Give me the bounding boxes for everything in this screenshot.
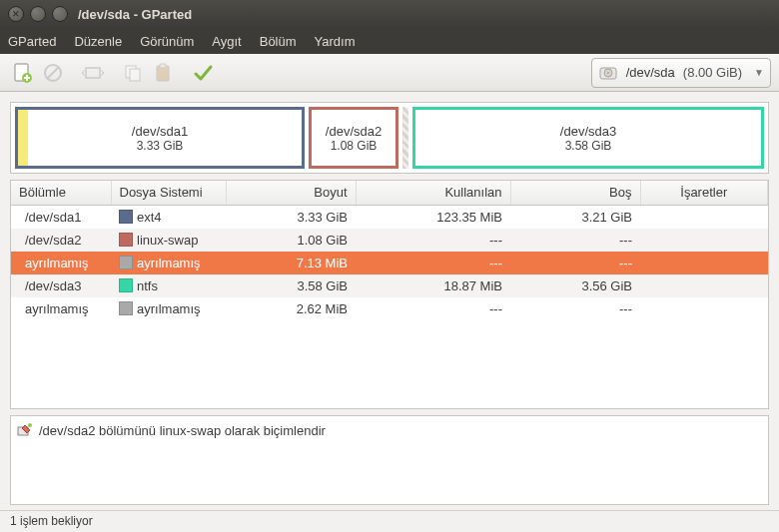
cell-free: --- <box>510 297 640 320</box>
svg-line-3 <box>47 67 59 79</box>
cell-used: 18.87 MiB <box>356 274 510 297</box>
device-path: /dev/sda <box>626 65 675 80</box>
col-flags[interactable]: İşaretler <box>640 181 768 205</box>
format-icon <box>17 422 33 438</box>
graph-unallocated[interactable] <box>402 107 408 169</box>
pending-operation-text: /dev/sda2 bölümünü linux-swap olarak biç… <box>39 423 326 438</box>
graph-partition-name: /dev/sda2 <box>326 124 382 139</box>
statusbar: 1 işlem bekliyor <box>0 510 779 532</box>
fs-color-swatch <box>119 233 133 247</box>
cell-filesystem: ntfs <box>111 274 226 297</box>
cell-used: --- <box>356 297 510 320</box>
graph-partition-size: 3.33 GiB <box>137 139 184 153</box>
copy-button <box>118 58 148 88</box>
checkmark-icon <box>192 62 214 84</box>
delete-button <box>38 58 68 88</box>
graph-partition-sda2[interactable]: /dev/sda2 1.08 GiB <box>309 107 398 169</box>
cell-size: 1.08 GiB <box>226 229 356 252</box>
svg-point-11 <box>607 72 609 74</box>
graph-partition-sda1[interactable]: /dev/sda1 3.33 GiB <box>15 107 305 169</box>
status-text: 1 işlem bekliyor <box>10 514 93 528</box>
paste-button <box>148 58 178 88</box>
forbidden-icon <box>43 63 63 83</box>
col-used[interactable]: Kullanılan <box>356 181 510 205</box>
cell-filesystem: ayrılmamış <box>111 252 226 274</box>
cell-flags <box>640 205 768 229</box>
svg-rect-8 <box>160 64 166 68</box>
col-filesystem[interactable]: Dosya Sistemi <box>111 181 226 205</box>
paste-icon <box>153 63 173 83</box>
cell-free: 3.56 GiB <box>510 274 640 297</box>
cell-partition: /dev/sda2 <box>11 229 111 252</box>
cell-flags <box>640 274 768 297</box>
cell-partition: ayrılmamış <box>11 252 111 274</box>
pending-operation-item[interactable]: /dev/sda2 bölümünü linux-swap olarak biç… <box>17 422 762 438</box>
svg-rect-6 <box>130 69 140 81</box>
pending-operations: /dev/sda2 bölümünü linux-swap olarak biç… <box>10 415 769 505</box>
table-row[interactable]: /dev/sda1ext43.33 GiB123.35 MiB3.21 GiB <box>11 205 768 229</box>
col-partition[interactable]: Bölümle <box>11 181 111 205</box>
partition-table: Bölümle Dosya Sistemi Boyut Kullanılan B… <box>10 180 769 409</box>
toolbar: /dev/sda (8.00 GiB) ▼ <box>0 54 779 92</box>
cell-size: 7.13 MiB <box>226 252 356 274</box>
new-partition-button[interactable] <box>8 58 38 88</box>
titlebar: ✕ /dev/sda - GParted <box>0 0 779 28</box>
cell-flags <box>640 297 768 320</box>
col-size[interactable]: Boyut <box>226 181 356 205</box>
svg-rect-4 <box>86 68 100 78</box>
chevron-down-icon: ▼ <box>754 67 764 78</box>
device-size: (8.00 GiB) <box>683 65 742 80</box>
menu-help[interactable]: Yardım <box>315 34 356 49</box>
fs-color-swatch <box>119 278 133 292</box>
graph-partition-size: 3.58 GiB <box>565 139 612 153</box>
menu-gparted[interactable]: GParted <box>8 34 56 49</box>
graph-partition-sda3[interactable]: /dev/sda3 3.58 GiB <box>412 107 764 169</box>
minimize-button[interactable] <box>30 6 46 22</box>
col-free[interactable]: Boş <box>510 181 640 205</box>
cell-partition: ayrılmamış <box>11 297 111 320</box>
harddisk-icon <box>598 64 618 82</box>
table-row[interactable]: ayrılmamışayrılmamış7.13 MiB------ <box>11 252 768 274</box>
cell-free: 3.21 GiB <box>510 205 640 229</box>
cell-used: --- <box>356 229 510 252</box>
cell-flags <box>640 252 768 274</box>
cell-partition: /dev/sda3 <box>11 274 111 297</box>
cell-filesystem: linux-swap <box>111 229 226 252</box>
fs-color-swatch <box>119 301 133 315</box>
maximize-button[interactable] <box>52 6 68 22</box>
document-new-icon <box>12 62 34 84</box>
table-row[interactable]: ayrılmamışayrılmamış2.62 MiB------ <box>11 297 768 320</box>
fs-color-swatch <box>119 256 133 269</box>
apply-button[interactable] <box>188 58 218 88</box>
resize-icon <box>82 64 104 82</box>
copy-icon <box>123 63 143 83</box>
svg-point-13 <box>28 423 32 427</box>
cell-free: --- <box>510 252 640 274</box>
menu-device[interactable]: Aygıt <box>212 34 241 49</box>
table-row[interactable]: /dev/sda2linux-swap1.08 GiB------ <box>11 229 768 252</box>
cell-used: 123.35 MiB <box>356 205 510 229</box>
cell-free: --- <box>510 229 640 252</box>
menu-edit[interactable]: Düzenle <box>74 34 122 49</box>
menu-view[interactable]: Görünüm <box>140 34 194 49</box>
cell-used: --- <box>356 252 510 274</box>
window-title: /dev/sda - GParted <box>78 7 192 22</box>
menubar: GParted Düzenle Görünüm Aygıt Bölüm Yard… <box>0 28 779 54</box>
cell-flags <box>640 229 768 252</box>
cell-size: 3.58 GiB <box>226 274 356 297</box>
graph-partition-name: /dev/sda1 <box>132 124 188 139</box>
fs-color-swatch <box>119 210 133 224</box>
cell-partition: /dev/sda1 <box>11 205 111 229</box>
cell-filesystem: ayrılmamış <box>111 297 226 320</box>
table-row[interactable]: /dev/sda3ntfs3.58 GiB18.87 MiB3.56 GiB <box>11 274 768 297</box>
device-selector[interactable]: /dev/sda (8.00 GiB) ▼ <box>591 58 771 88</box>
menu-partition[interactable]: Bölüm <box>260 34 297 49</box>
cell-size: 2.62 MiB <box>226 297 356 320</box>
resize-move-button <box>78 58 108 88</box>
close-button[interactable]: ✕ <box>8 6 24 22</box>
cell-filesystem: ext4 <box>111 205 226 229</box>
graph-partition-size: 1.08 GiB <box>331 139 378 153</box>
cell-size: 3.33 GiB <box>226 205 356 229</box>
partition-graph: /dev/sda1 3.33 GiB /dev/sda2 1.08 GiB /d… <box>10 102 769 174</box>
graph-partition-name: /dev/sda3 <box>560 124 616 139</box>
